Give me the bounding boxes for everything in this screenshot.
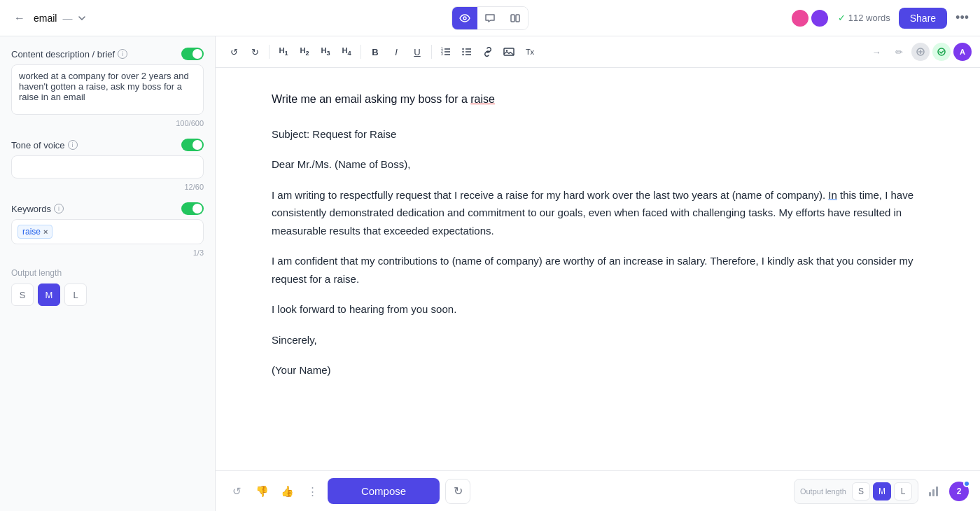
toolbar-right: → ✏ A xyxy=(867,42,972,62)
keywords-char-count: 1/3 xyxy=(11,248,204,257)
stats-button[interactable] xyxy=(924,482,944,501)
compose-bar: ↺ 👎 👍 ⋮ Compose ↻ Output length S M L xyxy=(216,470,980,511)
compose-size-large[interactable]: L xyxy=(894,482,912,500)
content-area: Write me an email asking my boss for a r… xyxy=(216,68,980,470)
toolbar-arrow-button[interactable]: → xyxy=(867,42,886,62)
output-length-bar-label: Output length xyxy=(800,487,846,496)
toolbar-circle-green[interactable] xyxy=(932,43,951,61)
share-button[interactable]: Share xyxy=(899,8,947,29)
clear-format-button[interactable]: Tx xyxy=(520,42,540,62)
refresh-button[interactable]: ↻ xyxy=(445,479,470,504)
back-button[interactable]: ← xyxy=(11,9,28,27)
toolbar-icon-gray xyxy=(916,47,925,57)
prompt-text: Write me an email asking my boss for a r… xyxy=(272,90,924,108)
svg-rect-22 xyxy=(932,489,934,496)
output-length-bar: Output length S M L xyxy=(794,479,918,504)
keywords-section: Keywords i raise × 1/3 xyxy=(11,202,204,257)
output-length-section: Output length S M L xyxy=(11,268,204,306)
output-length-label: Output length xyxy=(11,268,204,278)
tone-section: Tone of voice i professional 12/60 xyxy=(11,139,204,191)
h1-button[interactable]: H1 xyxy=(274,42,293,62)
toolbar-separator-3 xyxy=(431,45,432,59)
tone-toggle[interactable] xyxy=(181,139,204,151)
content-description-section: Content description / brief i worked at … xyxy=(11,48,204,127)
compose-more-icon[interactable]: ⋮ xyxy=(302,482,322,501)
undo-button[interactable]: ↺ xyxy=(224,42,244,62)
svg-rect-23 xyxy=(936,486,938,496)
eye-icon xyxy=(459,13,470,24)
keyword-remove-raise[interactable]: × xyxy=(43,227,48,236)
svg-point-14 xyxy=(462,54,463,55)
svg-point-12 xyxy=(462,48,463,50)
more-options-button[interactable]: ••• xyxy=(955,10,969,25)
tone-input[interactable]: professional xyxy=(11,155,204,178)
dash: — xyxy=(62,13,72,24)
word-count: ✓ 112 words xyxy=(838,13,890,23)
size-medium-button[interactable]: M xyxy=(38,284,60,306)
avatar-user1 xyxy=(790,8,810,28)
ordered-list-button[interactable]: 1 2 3 xyxy=(436,42,456,62)
stats-icon xyxy=(927,485,940,498)
unordered-list-button[interactable] xyxy=(457,42,477,62)
compose-bar-left: ↺ 👎 👍 ⋮ xyxy=(227,482,322,501)
top-bar: ← email — xyxy=(0,0,980,36)
link-icon xyxy=(482,46,493,57)
toolbar-edit-button[interactable]: ✏ xyxy=(889,42,909,62)
content-info-icon[interactable]: i xyxy=(118,49,127,59)
toolbar-separator-1 xyxy=(269,45,270,59)
image-button[interactable] xyxy=(499,42,519,62)
keywords-toggle[interactable] xyxy=(181,202,204,215)
dropdown-button[interactable] xyxy=(78,14,86,22)
tone-info-icon[interactable]: i xyxy=(68,140,78,150)
svg-point-20 xyxy=(938,48,945,55)
compose-thumbup-icon[interactable]: 👍 xyxy=(277,482,297,501)
email-subject: Subject: Request for Raise xyxy=(272,125,924,144)
preview-view-button[interactable] xyxy=(452,7,477,29)
keywords-info-icon[interactable]: i xyxy=(54,204,64,214)
keywords-container[interactable]: raise × xyxy=(11,219,204,244)
comments-view-button[interactable] xyxy=(477,7,503,29)
content-description-label: Content description / brief i xyxy=(11,49,127,59)
bold-button[interactable]: B xyxy=(365,42,385,62)
top-bar-right: ✓ 112 words Share ••• xyxy=(790,8,969,29)
size-small-button[interactable]: S xyxy=(11,284,34,306)
compose-size-medium[interactable]: M xyxy=(873,482,891,500)
ordered-list-icon: 1 2 3 xyxy=(440,46,451,57)
content-toggle[interactable] xyxy=(181,48,204,60)
notification-dot xyxy=(963,480,970,487)
view-toggle-group xyxy=(451,6,528,30)
unordered-list-icon xyxy=(461,46,472,57)
italic-button[interactable]: I xyxy=(386,42,406,62)
split-view-button[interactable] xyxy=(503,7,528,29)
email-closing: I look forward to hearing from you soon. xyxy=(272,300,924,318)
editor-area: ↺ ↻ H1 H2 H3 H4 B I U 1 2 3 xyxy=(216,36,980,511)
tone-char-count: 12/60 xyxy=(11,183,204,191)
keyword-tag-raise: raise × xyxy=(18,225,52,239)
redo-button[interactable]: ↻ xyxy=(245,42,265,62)
h4-button[interactable]: H4 xyxy=(337,42,356,62)
compose-thumbdown-icon[interactable]: 👎 xyxy=(252,482,272,501)
svg-text:3: 3 xyxy=(441,52,443,56)
toolbar-separator-2 xyxy=(360,45,361,59)
svg-point-16 xyxy=(506,50,507,51)
toolbar-circle-purple[interactable]: A xyxy=(953,43,972,61)
content-description-input[interactable]: worked at a company for over 2 years and… xyxy=(11,64,204,115)
avatar-group xyxy=(790,8,830,28)
toolbar-circle-gray[interactable] xyxy=(911,43,930,61)
tone-label: Tone of voice i xyxy=(11,140,78,150)
svg-point-0 xyxy=(463,17,466,20)
compose-button[interactable]: Compose xyxy=(328,478,440,504)
compose-refresh-icon[interactable]: ↺ xyxy=(227,482,246,501)
link-button[interactable] xyxy=(478,42,498,62)
size-large-button[interactable]: L xyxy=(64,284,87,306)
notification-badge: 2 xyxy=(949,482,969,501)
svg-rect-1 xyxy=(511,15,514,22)
h3-button[interactable]: H3 xyxy=(316,42,335,62)
check-icon: ✓ xyxy=(838,13,846,23)
email-name: (Your Name) xyxy=(272,361,924,379)
svg-rect-2 xyxy=(516,15,519,22)
compose-size-small[interactable]: S xyxy=(852,482,870,500)
view-buttons xyxy=(451,6,528,30)
underline-button[interactable]: U xyxy=(407,42,427,62)
h2-button[interactable]: H2 xyxy=(295,42,314,62)
